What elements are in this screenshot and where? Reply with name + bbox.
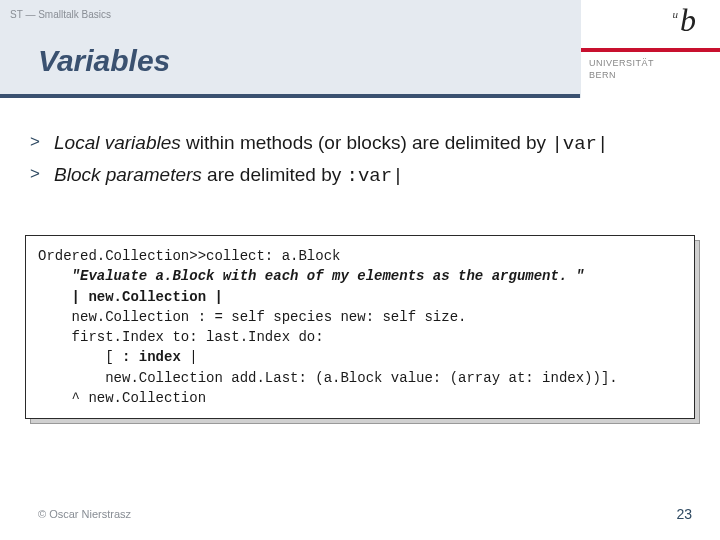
breadcrumb: ST — Smalltalk Basics: [10, 9, 111, 20]
code-comment: "Evaluate a.Block with each of my elemen…: [38, 268, 584, 284]
code-text: |: [181, 349, 198, 365]
code-line: ^ new.Collection: [38, 390, 206, 406]
bullet-em: Local variables: [54, 132, 181, 153]
page-number: 23: [676, 506, 692, 522]
uni-line1: UNIVERSITÄT: [589, 58, 654, 68]
footer: © Oscar Nierstrasz 23: [38, 506, 692, 522]
bullet-text: Local variables within methods (or block…: [54, 130, 608, 158]
code-indent: [38, 289, 72, 305]
logo-b: b: [680, 6, 696, 35]
bullet-code: |var|: [551, 133, 608, 155]
code-local-decl: | new.Collection |: [72, 289, 223, 305]
logo-letters: u b: [673, 6, 697, 35]
code-line: Ordered.Collection>>collect: a.Block: [38, 248, 340, 264]
logo-u: u: [673, 8, 679, 20]
bullet-code: :var|: [347, 165, 404, 187]
bullet-plain: within methods (or blocks) are delimited…: [181, 132, 552, 153]
copyright: © Oscar Nierstrasz: [38, 508, 131, 520]
university-name: UNIVERSITÄT BERN: [589, 58, 654, 81]
logo-red-line: [581, 48, 720, 52]
bullet-plain: are delimited by: [202, 164, 347, 185]
title-bar: Variables: [0, 28, 580, 98]
code-line: new.Collection : = self species new: sel…: [38, 309, 466, 325]
code-box: Ordered.Collection>>collect: a.Block "Ev…: [25, 235, 695, 419]
bullet-item: > Block parameters are delimited by :var…: [30, 162, 690, 190]
code-line: new.Collection add.Last: (a.Block value:…: [38, 370, 618, 386]
bullet-em: Block parameters: [54, 164, 202, 185]
bullet-marker: >: [30, 162, 54, 186]
uni-line2: BERN: [589, 70, 616, 80]
bullet-item: > Local variables within methods (or blo…: [30, 130, 690, 158]
content-area: > Local variables within methods (or blo…: [30, 130, 690, 193]
university-logo: u b UNIVERSITÄT BERN: [580, 0, 720, 98]
page-title: Variables: [38, 44, 170, 78]
header-bar: ST — Smalltalk Basics: [0, 0, 580, 28]
code-block-param: : index: [122, 349, 181, 365]
bullet-marker: >: [30, 130, 54, 154]
code-indent: [: [38, 349, 122, 365]
bullet-text: Block parameters are delimited by :var|: [54, 162, 404, 190]
code-line: first.Index to: last.Index do:: [38, 329, 324, 345]
code-example: Ordered.Collection>>collect: a.Block "Ev…: [25, 235, 695, 419]
